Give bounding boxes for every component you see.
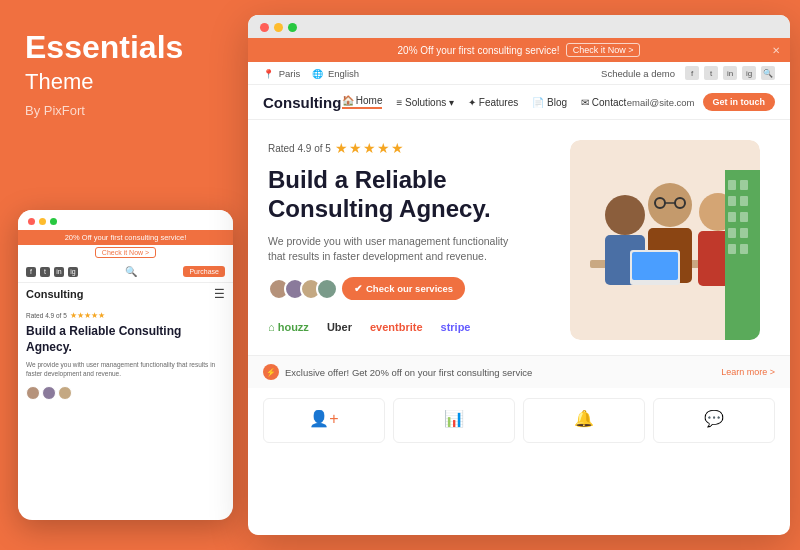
brand-title: Essentials <box>25 30 183 65</box>
browser-window: 20% Off your first consulting service! C… <box>248 15 790 535</box>
mobile-dot-yellow <box>39 218 46 225</box>
nav-logo: Consulting <box>263 94 341 111</box>
mobile-dot-red <box>28 218 35 225</box>
announcement-text: 20% Off your first consulting service! <box>398 45 560 56</box>
svg-rect-14 <box>728 180 736 190</box>
svg-rect-23 <box>740 244 748 254</box>
offer-bar: ⚡ Exclusive offer! Get 20% off on your f… <box>248 355 790 388</box>
service-card-2: 📊 <box>393 398 515 443</box>
hero-image-area <box>570 140 770 340</box>
mobile-avatars <box>26 386 225 400</box>
hero-image <box>570 140 760 340</box>
service-card-icon-3: 🔔 <box>532 409 636 428</box>
mobile-facebook-icon: f <box>26 267 36 277</box>
mobile-search-icon[interactable]: 🔍 <box>125 266 137 277</box>
brand-by: By PixFort <box>25 103 85 118</box>
service-card-3: 🔔 <box>523 398 645 443</box>
location-icon: 📍 <box>263 69 274 79</box>
top-bar-right: Schedule a demo f t in ig 🔍 <box>601 66 775 80</box>
linkedin-icon[interactable]: in <box>723 66 737 80</box>
mobile-headline: Build a Reliable Consulting Agnecy. <box>26 324 225 355</box>
offer-bar-left: ⚡ Exclusive offer! Get 20% off on your f… <box>263 364 532 380</box>
service-card-icon-4: 💬 <box>662 409 766 428</box>
check-services-button[interactable]: ✔ Check our services <box>342 277 465 300</box>
hero-cta-row: ✔ Check our services <box>268 277 550 300</box>
mobile-logo: Consulting <box>26 288 83 300</box>
browser-minimize-dot <box>274 23 283 32</box>
mobile-check-link[interactable]: Check it Now > <box>95 247 156 258</box>
mobile-content: Rated 4.9 of 5 ★★★★★ Build a Reliable Co… <box>18 305 233 406</box>
brand-subtitle: Theme <box>25 69 93 95</box>
learn-more-link[interactable]: Learn more > <box>721 367 775 377</box>
mobile-dot-green <box>50 218 57 225</box>
hero-avatar-4 <box>316 278 338 300</box>
mobile-linkedin-icon: in <box>54 267 64 277</box>
mobile-avatar-3 <box>58 386 72 400</box>
mobile-rating-row: Rated 4.9 of 5 ★★★★★ <box>26 311 225 320</box>
svg-point-2 <box>605 195 645 235</box>
nav-link-features[interactable]: ✦ Features <box>468 97 518 108</box>
nav-link-home[interactable]: 🏠 Home <box>342 95 383 109</box>
hero-rating-label: Rated 4.9 of 5 <box>268 143 331 154</box>
browser-window-controls <box>260 23 297 32</box>
hero-title-line2: Consulting Agnecy. <box>268 195 491 222</box>
mobile-announcement-bar: 20% Off your first consulting service! <box>18 230 233 245</box>
hero-illustration <box>570 140 760 340</box>
main-nav: Consulting 🏠 Home ≡ Solutions ▾ ✦ Featur… <box>248 85 790 120</box>
close-announcement-icon[interactable]: ✕ <box>772 45 780 56</box>
nav-link-blog[interactable]: 📄 Blog <box>532 97 567 108</box>
svg-rect-12 <box>632 252 678 280</box>
nav-links: 🏠 Home ≡ Solutions ▾ ✦ Features 📄 Blog ✉… <box>342 95 627 109</box>
hero-description: We provide you with user management func… <box>268 234 528 266</box>
get-in-touch-button[interactable]: Get in touch <box>703 93 776 111</box>
nav-right: email@site.com Get in touch <box>627 93 775 111</box>
mobile-rating-label: Rated 4.9 of 5 <box>26 312 67 319</box>
mobile-purchase-button[interactable]: Purchase <box>183 266 225 277</box>
mobile-mockup: 20% Off your first consulting service! C… <box>18 210 233 520</box>
mobile-window-dots <box>18 210 233 230</box>
service-card-icon-1: 👤+ <box>272 409 376 428</box>
svg-rect-22 <box>728 244 736 254</box>
mobile-nav-bar: f t in ig 🔍 Purchase <box>18 261 233 283</box>
home-icon: 🏠 <box>342 95 354 106</box>
mobile-description: We provide you with user management func… <box>26 360 225 378</box>
mobile-avatar-1 <box>26 386 40 400</box>
mobile-hamburger-icon[interactable]: ☰ <box>214 287 225 301</box>
left-panel: Essentials Theme By PixFort 20% Off your… <box>0 0 245 550</box>
nav-link-solutions[interactable]: ≡ Solutions ▾ <box>396 97 454 108</box>
eventbrite-logo: eventbrite <box>370 321 423 333</box>
location-text: 📍 Paris <box>263 68 300 79</box>
mobile-avatar-2 <box>42 386 56 400</box>
hero-avatars <box>268 278 332 300</box>
houzz-logo: houzz <box>268 321 309 333</box>
offer-text: Exclusive offer! Get 20% off on your fir… <box>285 367 532 378</box>
nav-link-contact[interactable]: ✉ Contact <box>581 97 626 108</box>
service-cards: 👤+ 📊 🔔 💬 <box>248 388 790 453</box>
schedule-demo-link[interactable]: Schedule a demo <box>601 68 675 79</box>
svg-rect-16 <box>728 196 736 206</box>
mobile-social-icons: f t in ig <box>26 267 78 277</box>
social-icons-nav: f t in ig 🔍 <box>685 66 775 80</box>
twitter-icon[interactable]: t <box>704 66 718 80</box>
search-icon[interactable]: 🔍 <box>761 66 775 80</box>
top-bar: 📍 Paris 🌐 English Schedule a demo f t in… <box>248 62 790 85</box>
mobile-instagram-icon: ig <box>68 267 78 277</box>
instagram-icon[interactable]: ig <box>742 66 756 80</box>
mobile-stars: ★★★★★ <box>70 311 105 320</box>
svg-rect-13 <box>725 170 760 340</box>
service-card-icon-2: 📊 <box>402 409 506 428</box>
stripe-logo: stripe <box>441 321 471 333</box>
browser-maximize-dot <box>288 23 297 32</box>
browser-close-dot <box>260 23 269 32</box>
check-now-button[interactable]: Check it Now > <box>566 43 641 57</box>
mobile-announcement-text: 20% Off your first consulting service! <box>65 233 187 242</box>
svg-rect-18 <box>728 212 736 222</box>
check-services-label: Check our services <box>366 283 453 294</box>
svg-rect-19 <box>740 212 748 222</box>
hero-title: Build a Reliable Consulting Agnecy. <box>268 166 550 224</box>
globe-icon: 🌐 <box>312 69 323 79</box>
facebook-icon[interactable]: f <box>685 66 699 80</box>
nav-email: email@site.com <box>627 97 695 108</box>
mobile-logo-row: Consulting ☰ <box>18 283 233 305</box>
language-text: 🌐 English <box>312 68 359 79</box>
